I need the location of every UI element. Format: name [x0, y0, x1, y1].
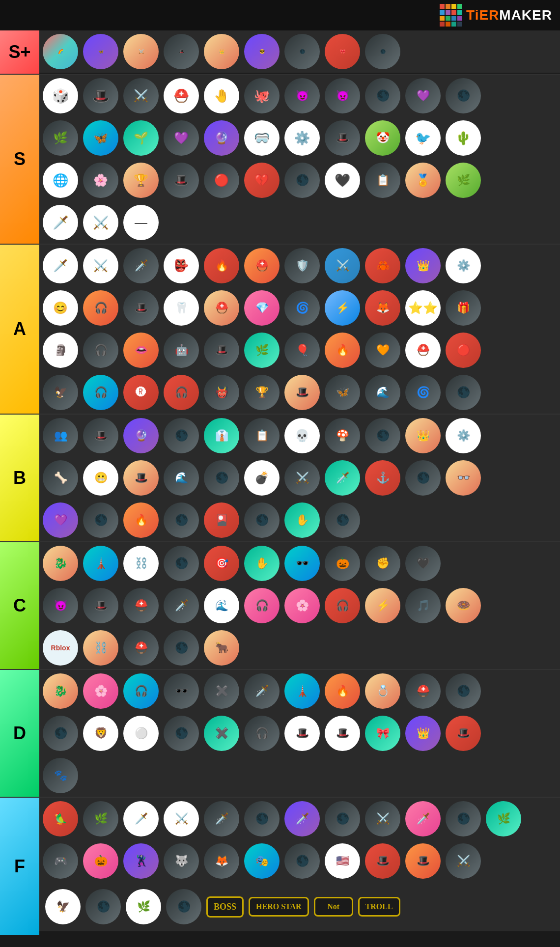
list-item[interactable]: ⛓️	[121, 544, 161, 583]
list-item[interactable]: 🌿	[81, 799, 120, 838]
list-item[interactable]: ✊	[363, 544, 402, 583]
list-item[interactable]: 💍	[363, 671, 402, 711]
list-item[interactable]: 📋	[363, 161, 402, 200]
list-item[interactable]: 💀	[282, 416, 322, 455]
list-item[interactable]: 🦊	[363, 288, 402, 328]
list-item[interactable]: 🦊	[202, 841, 241, 881]
list-item[interactable]: 🌑	[444, 671, 483, 711]
list-item[interactable]: 🌿	[444, 161, 483, 200]
list-item[interactable]: 🕶️	[162, 671, 201, 711]
list-item[interactable]: 💎	[242, 288, 281, 328]
list-item[interactable]: 💜	[41, 501, 80, 540]
list-item[interactable]: 🎲	[41, 76, 80, 115]
list-item[interactable]: 👥	[41, 416, 80, 455]
list-item[interactable]: 🗡️	[323, 458, 362, 498]
list-item[interactable]: 🦋	[81, 118, 120, 158]
list-item[interactable]: 🌑	[162, 501, 201, 540]
list-item[interactable]: ⚓	[363, 458, 402, 498]
list-item[interactable]: 🖤	[323, 161, 362, 200]
list-item[interactable]: 🐉	[41, 671, 80, 711]
list-item[interactable]: ⚔️	[282, 458, 322, 498]
list-item[interactable]: 🎃	[323, 544, 362, 583]
list-item[interactable]: 💜	[162, 118, 201, 158]
list-item[interactable]: 🦋	[81, 32, 120, 71]
list-item[interactable]: 🎩	[363, 841, 402, 881]
list-item[interactable]: 🌑	[41, 714, 80, 753]
list-item[interactable]: 🦅	[43, 887, 83, 926]
list-item[interactable]: BOSS	[206, 896, 244, 918]
list-item[interactable]: 🏆	[242, 373, 281, 412]
list-item[interactable]: 🎀	[363, 714, 402, 753]
list-item[interactable]: 🤖	[162, 331, 201, 370]
list-item[interactable]: 🎩	[282, 373, 322, 412]
list-item[interactable]: 🎩	[81, 416, 120, 455]
list-item[interactable]: 🦅	[41, 373, 80, 412]
list-item[interactable]: 🎈	[282, 331, 322, 370]
list-item[interactable]: 💔	[242, 161, 281, 200]
list-item[interactable]: 💜	[403, 76, 443, 115]
list-item[interactable]: 🌑	[162, 544, 201, 583]
list-item[interactable]: ⚔️	[162, 799, 201, 838]
list-item[interactable]: ⚙️	[444, 246, 483, 285]
list-item[interactable]: 🌑	[444, 799, 483, 838]
list-item[interactable]: 🌑	[363, 76, 402, 115]
list-item[interactable]: 👔	[202, 416, 241, 455]
list-item[interactable]: ⛑️	[121, 628, 161, 668]
list-item[interactable]: ⚙️	[282, 118, 322, 158]
list-item[interactable]: ⛑️	[242, 246, 281, 285]
list-item[interactable]: 🗡️	[202, 799, 241, 838]
list-item[interactable]: 🎩	[81, 76, 120, 115]
list-item[interactable]: 🌑	[282, 32, 322, 71]
list-item[interactable]: 🤡	[363, 118, 402, 158]
list-item[interactable]: 🎯	[202, 544, 241, 583]
list-item[interactable]: 🎴	[202, 501, 241, 540]
list-item[interactable]: 🌑	[81, 501, 120, 540]
list-item[interactable]: 🌑	[444, 373, 483, 412]
list-item[interactable]: 🐺	[162, 841, 201, 881]
list-item[interactable]: 🎧	[242, 586, 281, 625]
list-item[interactable]: 🎧	[81, 331, 120, 370]
list-item[interactable]: 🔴	[444, 331, 483, 370]
list-item[interactable]: 🔮	[202, 118, 241, 158]
list-item[interactable]: ⛑️	[202, 288, 241, 328]
list-item[interactable]: ⚔️	[81, 203, 120, 242]
list-item[interactable]: 🎩	[323, 118, 362, 158]
list-item[interactable]: ⛑️	[403, 331, 443, 370]
list-item[interactable]: 🌑	[162, 628, 201, 668]
list-item[interactable]: 🌀	[282, 288, 322, 328]
list-item[interactable]: 🏅	[403, 161, 443, 200]
list-item[interactable]: 🎩	[282, 714, 322, 753]
list-item[interactable]: 🗿	[41, 331, 80, 370]
list-item[interactable]: 🗼	[81, 544, 120, 583]
list-item[interactable]: 🐦	[403, 118, 443, 158]
list-item[interactable]: 🌑	[282, 841, 322, 881]
list-item[interactable]: —	[121, 203, 161, 242]
list-item[interactable]: 🐉	[41, 544, 80, 583]
list-item[interactable]: 🍄	[323, 416, 362, 455]
list-item[interactable]: 🌿	[41, 118, 80, 158]
list-item[interactable]: 🎵	[403, 586, 443, 625]
list-item[interactable]: ⛓️	[81, 628, 120, 668]
list-item[interactable]: 🎩	[323, 714, 362, 753]
list-item[interactable]: 🌿	[124, 887, 163, 926]
list-item[interactable]: 😈	[41, 586, 80, 625]
list-item[interactable]: 🔮	[121, 416, 161, 455]
list-item[interactable]: 🎩	[403, 841, 443, 881]
list-item[interactable]: 😬	[81, 458, 120, 498]
list-item[interactable]: 🎩	[121, 288, 161, 328]
list-item[interactable]: 🐾	[41, 756, 80, 795]
list-item[interactable]: 👄	[121, 331, 161, 370]
list-item[interactable]: 🗡️	[162, 586, 201, 625]
list-item[interactable]: 🦀	[363, 246, 402, 285]
list-item[interactable]: 🌑	[444, 76, 483, 115]
list-item[interactable]: 🦜	[41, 799, 80, 838]
list-item[interactable]: 👑	[202, 32, 241, 71]
list-item[interactable]: 🎭	[242, 841, 281, 881]
list-item[interactable]: TROLL	[358, 897, 400, 917]
list-item[interactable]: HERO STAR	[249, 897, 309, 917]
list-item[interactable]: 🎩	[202, 331, 241, 370]
list-item[interactable]: 🎩	[444, 714, 483, 753]
list-item[interactable]: 🦴	[41, 458, 80, 498]
list-item[interactable]: 🗡️	[121, 246, 161, 285]
list-item[interactable]: 🌸	[81, 671, 120, 711]
